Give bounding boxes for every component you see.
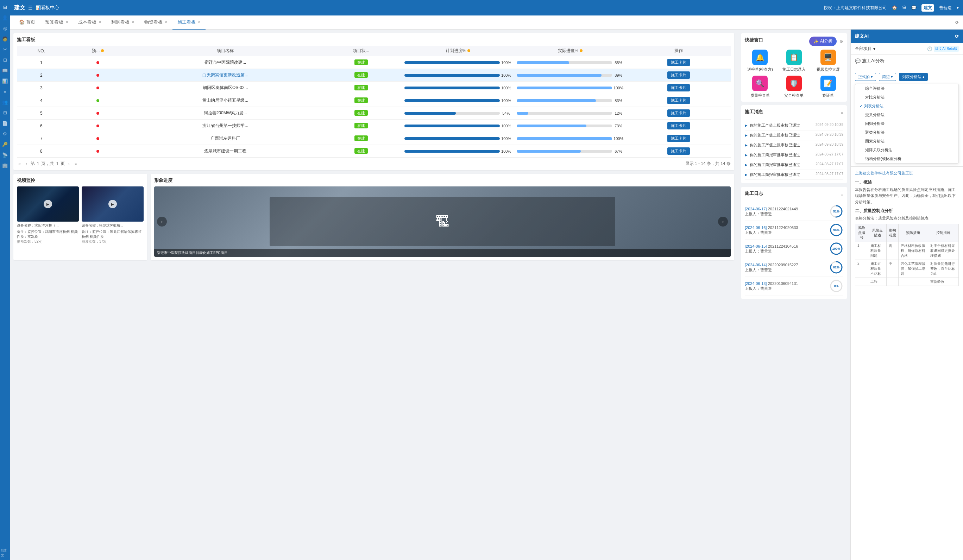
sidebar-icon-log[interactable]: ≡ — [1, 87, 9, 95]
quick-icon-item[interactable]: 🛡️ 安全检查单 — [779, 76, 809, 98]
quick-icon-item[interactable]: 📋 施工日志录入 — [779, 50, 809, 72]
cell-name[interactable]: 白天鹅宾馆更新改造第... — [130, 69, 321, 82]
pg-next[interactable]: › — [67, 162, 71, 167]
pg-prev[interactable]: ‹ — [24, 162, 29, 167]
sidebar-icon-building[interactable]: 🏢 — [1, 161, 9, 170]
pg-first[interactable]: « — [17, 162, 22, 167]
tab-construction[interactable]: 施工看板 ✕ — [172, 16, 206, 29]
sidebar-icon-book[interactable]: 📖 — [1, 66, 9, 74]
carousel-next[interactable]: › — [718, 217, 728, 227]
list-item[interactable]: ▶ 你的施工简报审批审核已通过 2024-08-27 17:07 — [745, 170, 843, 180]
wechat-icon[interactable]: 💬 — [911, 5, 916, 10]
quick-icon-item[interactable]: 🔍 质量检查单 — [745, 76, 775, 98]
sidebar-icon-wifi[interactable]: 📡 — [1, 151, 9, 159]
tab-budget-close[interactable]: ✕ — [65, 20, 68, 24]
sidebar-icon-settings[interactable]: ⚙ — [1, 129, 9, 138]
cell-action[interactable]: 施工卡片 — [626, 145, 731, 158]
sidebar-icon-user[interactable]: 👤 — [1, 13, 9, 22]
diary-settings-icon[interactable]: ≡ — [841, 193, 843, 197]
pg-last[interactable]: » — [73, 162, 78, 167]
play-button-1[interactable]: ▶ — [44, 200, 52, 208]
action-btn[interactable]: 施工卡片 — [667, 147, 690, 155]
cell-action[interactable]: 施工卡片 — [626, 132, 731, 145]
ai-project-select[interactable]: 全部项目 ▾ — [855, 46, 875, 52]
sidebar-icon-chart[interactable]: 📊 — [1, 77, 9, 85]
video-2[interactable]: ▶ 设备名称：哈尔滨霁虹桥... 备注：监控位置：黑龙江省哈尔滨霁虹桥侧 视频性… — [82, 186, 144, 244]
sidebar-icon-tools[interactable]: ✂ — [1, 45, 9, 53]
cell-action[interactable]: 施工卡片 — [626, 56, 731, 69]
analysis-method-item[interactable]: ✓列表分析法 — [855, 102, 958, 110]
tab-home[interactable]: 🏠 首页 — [14, 16, 40, 29]
action-btn[interactable]: 施工卡片 — [667, 59, 690, 66]
list-item[interactable]: [2024-06-14] 20220209015227 上报人：曹营造 82% — [745, 258, 843, 277]
analysis-method-item[interactable]: 结构分析(或比重分析 — [855, 154, 958, 163]
mode-formal-btn[interactable]: 正式的 ▾ — [855, 73, 876, 81]
list-item[interactable]: [2024-06-17] 20211224021449 上报人：曹营造 51% — [745, 202, 843, 221]
sidebar-icon-doc[interactable]: 📄 — [1, 119, 9, 127]
org-icon[interactable]: 🏛 — [902, 5, 906, 10]
list-item[interactable]: ▶ 你的施工简报审批审核已通过 2024-08-27 17:07 — [745, 150, 843, 160]
msg-settings-icon[interactable]: ≡ — [841, 111, 843, 116]
analysis-method-item[interactable]: 综合评价法 — [855, 84, 958, 93]
cell-action[interactable]: 施工卡片 — [626, 120, 731, 132]
sidebar-icon-logo[interactable]: ©建文 — [1, 549, 9, 557]
tab-construction-close[interactable]: ✕ — [198, 20, 201, 24]
menu-icon[interactable]: ☰ — [28, 5, 33, 11]
mode-short-btn[interactable]: 简短 ▾ — [879, 73, 896, 81]
analysis-method-item[interactable]: 交叉分析法 — [855, 110, 958, 119]
ai-refresh-icon[interactable]: ⟳ — [955, 34, 959, 39]
cell-action[interactable]: 施工卡片 — [626, 82, 731, 94]
sidebar-icon-layers[interactable]: ⊡ — [1, 55, 9, 64]
username[interactable]: 曹营造 — [939, 5, 952, 11]
list-item[interactable]: ▶ 你的施工简报审批审核已通过 2024-08-27 17:07 — [745, 160, 843, 170]
action-btn[interactable]: 施工卡片 — [667, 109, 690, 117]
settings-icon[interactable]: ⚙ — [840, 39, 843, 44]
cell-action[interactable]: 施工卡片 — [626, 94, 731, 107]
action-btn[interactable]: 施工卡片 — [667, 97, 690, 104]
action-btn[interactable]: 施工卡片 — [667, 71, 690, 79]
quick-icon-item[interactable]: 🔔 巡检单(检查方) — [745, 50, 775, 72]
play-button-2[interactable]: ▶ — [109, 200, 117, 208]
sidebar-icon-grid[interactable]: ⊞ — [1, 108, 9, 117]
analysis-method-item[interactable]: 聚类分析法 — [855, 128, 958, 137]
refresh-button[interactable]: ⟳ — [955, 20, 959, 25]
quick-icon-item[interactable]: 🖥️ 视频监控大屏 — [813, 50, 843, 72]
list-item[interactable]: [2024-06-16] 20211224020633 上报人：曹营造 96% — [745, 221, 843, 240]
list-item[interactable]: [2024-06-15] 20211224104516 上报人：曹营造 100% — [745, 240, 843, 258]
tab-profit[interactable]: 利润看板 ✕ — [106, 16, 139, 29]
sidebar-icon-person3[interactable]: 🔑 — [1, 140, 9, 149]
sidebar-icon-person2[interactable]: 👥 — [1, 98, 9, 106]
tab-cost-close[interactable]: ✕ — [99, 20, 101, 24]
action-btn[interactable]: 施工卡片 — [667, 84, 690, 91]
user-dropdown-icon[interactable]: ▾ — [957, 5, 959, 10]
home-icon[interactable]: 🏠 — [892, 5, 897, 10]
sidebar-icon-person[interactable]: 🧑 — [1, 34, 9, 43]
tab-budget[interactable]: 预算看板 ✕ — [40, 16, 73, 29]
cell-action[interactable]: 施工卡片 — [626, 69, 731, 82]
carousel-prev[interactable]: ‹ — [157, 217, 167, 227]
list-item[interactable]: ▶ 你的施工产值上报审核已通过 2024-09-20 10:39 — [745, 121, 843, 131]
tab-materials[interactable]: 物资看板 ✕ — [139, 16, 172, 29]
sidebar-icon-target[interactable]: ◎ — [1, 24, 9, 32]
video-1[interactable]: ▶ 设备名称：沈阳浑河桥（... 备注：监控位置：沈阳市浑河桥侧 视频性质：实况… — [17, 186, 79, 244]
tab-profit-close[interactable]: ✕ — [131, 20, 135, 24]
list-item[interactable]: ▶ 你的施工产值上报审核已通过 2024-09-20 10:39 — [745, 140, 843, 150]
analysis-method-item[interactable]: 矩阵关联分析法 — [855, 146, 958, 154]
analysis-method-item[interactable]: 回归分析法 — [855, 119, 958, 128]
action-btn[interactable]: 施工卡片 — [667, 122, 690, 129]
video-thumb-2[interactable]: ▶ — [82, 186, 144, 222]
tab-materials-close[interactable]: ✕ — [165, 20, 167, 24]
video-thumb-1[interactable]: ▶ — [17, 186, 79, 222]
tab-cost[interactable]: 成本看板 ✕ — [73, 16, 106, 29]
analysis-method-item[interactable]: 因素分析法 — [855, 137, 958, 146]
list-item[interactable]: [2024-06-13] 20220106094131 上报人：曹营造 0% — [745, 277, 843, 296]
quick-icon-item[interactable]: 📝 签证单 — [813, 76, 843, 98]
sidebar-icon-home[interactable]: ⊞ — [1, 3, 9, 11]
ai-table-cell: 严格材料验收流程，确保原材料合格 — [898, 242, 928, 260]
analysis-method-item[interactable]: 对比分析法 — [855, 93, 958, 102]
mode-list-btn[interactable]: 列表分析法 ▴ — [899, 73, 928, 81]
cell-action[interactable]: 施工卡片 — [626, 107, 731, 120]
action-btn[interactable]: 施工卡片 — [667, 135, 690, 142]
ai-analysis-button[interactable]: ✨ AI分析 — [809, 37, 837, 46]
list-item[interactable]: ▶ 你的施工产值上报审核已通过 2024-09-20 10:39 — [745, 131, 843, 140]
